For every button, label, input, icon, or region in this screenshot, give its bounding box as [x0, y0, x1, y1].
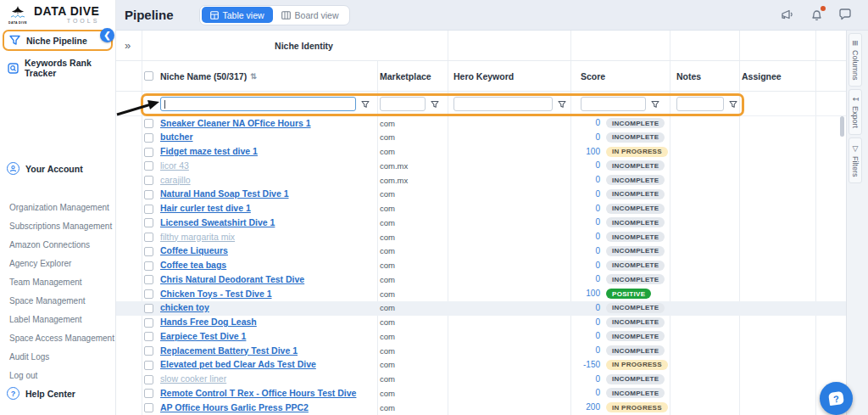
niche-name-link[interactable]: Sneaker Cleaner NA OFfice Hours 1	[160, 118, 311, 128]
filter-funnel-icon[interactable]	[431, 100, 439, 109]
table-row[interactable]: Remote Control T Rex - Office Hours Test…	[116, 386, 846, 401]
niche-name-link[interactable]: filthy margarita mix	[160, 232, 235, 242]
table-row[interactable]: Natural Hand Soap Test Dive 1com0INCOMPL…	[116, 188, 846, 202]
table-row[interactable]: Earpiece Test Dive 1com0INCOMPLETE	[116, 329, 846, 344]
side-tab-columns[interactable]: ≣Columns	[849, 33, 862, 87]
filter-funnel-icon[interactable]	[651, 100, 659, 109]
niche-name-link[interactable]: Licensed Sweatshirt Dive 1	[160, 217, 275, 227]
table-row[interactable]: filthy margarita mixcom0INCOMPLETE	[116, 230, 846, 244]
niche-name-link[interactable]: Coffee tea bags	[160, 260, 226, 270]
sidebar-item-niche-pipeline[interactable]: Niche Pipeline	[3, 30, 113, 51]
row-checkbox[interactable]	[144, 218, 153, 227]
row-checkbox[interactable]	[144, 247, 153, 256]
niche-name-link[interactable]: butcher	[160, 132, 193, 142]
row-checkbox[interactable]	[144, 119, 153, 128]
niche-name-link[interactable]: licor 43	[160, 160, 189, 171]
sidebar-link-label-management[interactable]: Label Management	[9, 311, 114, 329]
sidebar-item-your-account[interactable]: Your Account	[0, 158, 115, 179]
table-row[interactable]: butchercom0INCOMPLETE	[116, 131, 846, 145]
row-checkbox[interactable]	[144, 375, 153, 384]
bell-icon[interactable]	[809, 8, 824, 23]
filter-funnel-icon[interactable]	[361, 100, 370, 109]
niche-name-link[interactable]: Chris Natural Deodorant Test Dive	[160, 274, 304, 284]
row-checkbox[interactable]	[144, 361, 153, 370]
filter-input-notes[interactable]	[676, 97, 724, 111]
niche-name-link[interactable]: chicken toy	[160, 302, 209, 312]
sidebar-link-audit-logs[interactable]: Audit Logs	[9, 348, 114, 367]
select-all-checkbox[interactable]	[144, 71, 153, 81]
table-row[interactable]: Coffee tea bagscom0INCOMPLETE	[116, 259, 846, 273]
sort-icon[interactable]: ⇅	[250, 72, 257, 81]
sidebar-link-team-management[interactable]: Team Management	[9, 273, 114, 292]
filter-input-niche_name[interactable]	[160, 97, 356, 111]
table-row[interactable]: slow cooker linercom0INCOMPLETE	[116, 373, 846, 387]
table-view-button[interactable]: Table view	[202, 7, 273, 23]
niche-name-link[interactable]: Natural Hand Soap Test Dive 1	[160, 188, 289, 199]
row-checkbox[interactable]	[144, 389, 153, 398]
niche-name-link[interactable]: Replacement Battery Test Dive 1	[160, 345, 298, 356]
table-row[interactable]: carajillocom.mx0INCOMPLETE	[116, 173, 846, 188]
expand-rows-icon[interactable]: »	[125, 39, 131, 52]
filter-input-hero_keyword[interactable]	[453, 97, 553, 111]
table-row[interactable]: Licensed Sweatshirt Dive 1com0INCOMPLETE	[116, 216, 846, 230]
filter-funnel-icon[interactable]	[729, 100, 737, 109]
help-chat-button[interactable]: ?	[820, 382, 853, 415]
row-checkbox[interactable]	[144, 318, 153, 328]
niche-name-link[interactable]: Remote Control T Rex - Office Hours Test…	[160, 388, 356, 398]
table-row[interactable]: Fidget maze test dive 1com100IN PROGRESS	[116, 145, 846, 160]
table-row[interactable]: AP Office Hours Garlic Press PPC2com200I…	[116, 401, 846, 415]
row-checkbox[interactable]	[144, 148, 153, 157]
filter-input-score[interactable]	[581, 97, 646, 111]
column-header-assignee[interactable]: Assignee	[742, 61, 782, 92]
column-header-hero-keyword[interactable]: Hero Keyword	[453, 61, 514, 92]
vertical-scrollbar[interactable]	[840, 116, 844, 137]
table-row[interactable]: Chris Natural Deodorant Test Divecom0INC…	[116, 272, 846, 287]
brand-logo[interactable]: DATA DIVE DATA DIVE TOOLS	[0, 0, 115, 25]
row-checkbox[interactable]	[144, 261, 153, 271]
table-row[interactable]: Hair curler test dive 1com0INCOMPLETE	[116, 202, 846, 216]
niche-name-link[interactable]: Hands Free Dog Leash	[160, 317, 257, 327]
table-row[interactable]: Replacement Battery Test Dive 1com0INCOM…	[116, 344, 846, 358]
table-row[interactable]: Coffee Liqueurscom0INCOMPLETE	[116, 244, 846, 259]
table-row[interactable]: Elevated pet bed Clear Ads Test Divecom-…	[116, 358, 846, 373]
row-checkbox[interactable]	[144, 161, 153, 171]
sidebar-link-organization-management[interactable]: Organization Management	[9, 199, 114, 217]
column-header-niche-name[interactable]: Niche Name (50/317) ⇅	[160, 61, 257, 92]
chat-icon[interactable]	[837, 8, 853, 23]
table-row[interactable]: Chicken Toys - Test Dive 1com100POSITIVE	[116, 287, 846, 301]
column-header-marketplace[interactable]: Marketplace	[380, 61, 431, 92]
filter-input-marketplace[interactable]	[380, 97, 426, 111]
niche-name-link[interactable]: carajillo	[160, 175, 191, 185]
board-view-button[interactable]: Board view	[273, 7, 348, 23]
column-header-score[interactable]: Score	[581, 61, 605, 92]
niche-name-link[interactable]: Fidget maze test dive 1	[160, 146, 258, 156]
niche-name-link[interactable]: Earpiece Test Dive 1	[160, 331, 246, 341]
table-row[interactable]: Sneaker Cleaner NA OFfice Hours 1com0INC…	[116, 116, 846, 131]
row-checkbox[interactable]	[144, 133, 153, 143]
table-row[interactable]: Hands Free Dog Leashcom0INCOMPLETE	[116, 316, 846, 330]
row-checkbox[interactable]	[144, 176, 153, 185]
row-checkbox[interactable]	[144, 233, 153, 242]
sidebar-link-agency-explorer[interactable]: Agency Explorer	[9, 255, 114, 273]
sidebar-link-amazon-connections[interactable]: Amazon Connections	[9, 236, 114, 255]
sidebar-link-space-access-management[interactable]: Space Access Management	[9, 329, 114, 348]
row-checkbox[interactable]	[144, 346, 153, 356]
row-checkbox[interactable]	[144, 304, 153, 313]
row-checkbox[interactable]	[144, 332, 153, 341]
niche-name-link[interactable]: Hair curler test dive 1	[160, 203, 251, 213]
megaphone-icon[interactable]	[780, 8, 795, 23]
row-checkbox[interactable]	[144, 289, 153, 299]
side-tab-filters[interactable]: ▽Filters	[849, 137, 862, 184]
niche-name-link[interactable]: AP Office Hours Garlic Press PPC2	[160, 402, 309, 412]
collapse-sidebar-button[interactable]: ❮	[100, 28, 114, 42]
table-row[interactable]: licor 43com.mx0INCOMPLETE	[116, 159, 846, 173]
sidebar-item-keywords-rank-tracker[interactable]: Keywords Rank Tracker	[0, 53, 115, 82]
row-checkbox[interactable]	[144, 205, 153, 214]
sidebar-link-space-management[interactable]: Space Management	[9, 292, 114, 311]
row-checkbox[interactable]	[144, 275, 153, 284]
niche-name-link[interactable]: Chicken Toys - Test Dive 1	[160, 289, 272, 299]
filter-funnel-icon[interactable]	[558, 100, 566, 109]
table-row[interactable]: chicken toycom0INCOMPLETE	[116, 301, 846, 316]
row-checkbox[interactable]	[144, 190, 153, 199]
niche-name-link[interactable]: Coffee Liqueurs	[160, 245, 228, 255]
